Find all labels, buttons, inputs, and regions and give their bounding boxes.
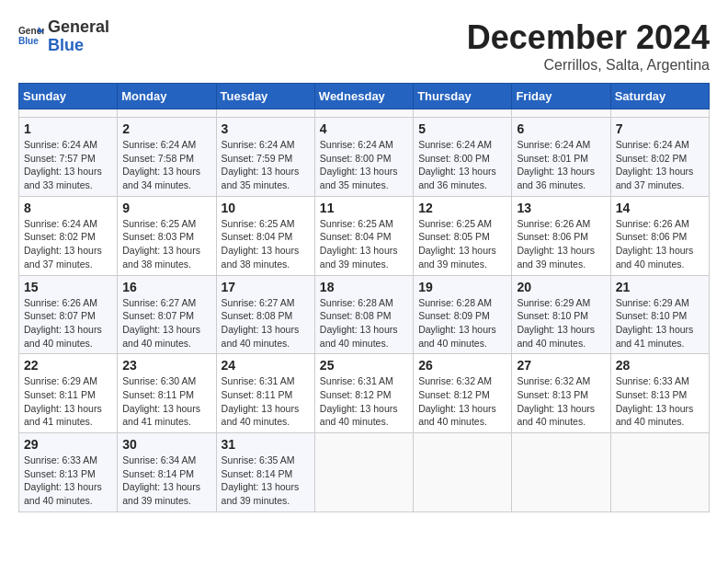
col-tuesday: Tuesday <box>216 84 314 109</box>
calendar-cell: 16Sunrise: 6:27 AMSunset: 8:07 PMDayligh… <box>118 275 216 354</box>
day-number: 1 <box>24 121 112 136</box>
day-info: Sunrise: 6:29 AMSunset: 8:10 PMDaylight:… <box>517 296 605 350</box>
month-title: December 2024 <box>467 18 710 57</box>
calendar-cell <box>610 109 709 118</box>
day-number: 5 <box>418 121 506 136</box>
day-number: 2 <box>122 121 210 136</box>
day-number: 10 <box>222 201 310 215</box>
day-info: Sunrise: 6:33 AMSunset: 8:13 PMDaylight:… <box>616 374 704 429</box>
day-info: Sunrise: 6:33 AMSunset: 8:13 PMDaylight:… <box>24 454 112 508</box>
calendar-cell <box>512 109 610 118</box>
day-info: Sunrise: 6:35 AMSunset: 8:14 PMDaylight:… <box>222 454 310 508</box>
day-number: 23 <box>122 358 210 373</box>
calendar-cell: 22Sunrise: 6:29 AMSunset: 8:11 PMDayligh… <box>19 354 118 433</box>
day-info: Sunrise: 6:26 AMSunset: 8:06 PMDaylight:… <box>517 217 605 271</box>
day-number: 8 <box>24 201 112 215</box>
logo: General Blue General Blue <box>18 18 109 55</box>
day-info: Sunrise: 6:28 AMSunset: 8:08 PMDaylight:… <box>320 296 408 350</box>
calendar-cell: 3Sunrise: 6:24 AMSunset: 7:59 PMDaylight… <box>216 118 314 197</box>
day-info: Sunrise: 6:24 AMSunset: 7:59 PMDaylight:… <box>222 138 310 192</box>
calendar-week-row: 22Sunrise: 6:29 AMSunset: 8:11 PMDayligh… <box>19 354 710 433</box>
calendar-cell: 11Sunrise: 6:25 AMSunset: 8:04 PMDayligh… <box>314 196 413 275</box>
calendar-cell: 20Sunrise: 6:29 AMSunset: 8:10 PMDayligh… <box>512 275 610 354</box>
svg-text:Blue: Blue <box>18 36 39 46</box>
calendar-cell <box>314 109 413 118</box>
calendar-header-row: Sunday Monday Tuesday Wednesday Thursday… <box>19 84 710 109</box>
day-info: Sunrise: 6:25 AMSunset: 8:05 PMDaylight:… <box>418 217 506 271</box>
location-subtitle: Cerrillos, Salta, Argentina <box>467 57 710 74</box>
calendar-cell: 10Sunrise: 6:25 AMSunset: 8:04 PMDayligh… <box>216 196 314 275</box>
day-number: 20 <box>517 280 605 294</box>
day-info: Sunrise: 6:32 AMSunset: 8:12 PMDaylight:… <box>418 374 506 429</box>
calendar-cell <box>414 433 512 512</box>
day-number: 6 <box>517 121 605 136</box>
calendar-cell: 12Sunrise: 6:25 AMSunset: 8:05 PMDayligh… <box>414 196 512 275</box>
calendar-cell: 21Sunrise: 6:29 AMSunset: 8:10 PMDayligh… <box>610 275 709 354</box>
logo-text: General Blue <box>48 18 109 55</box>
calendar-cell <box>414 109 512 118</box>
day-number: 17 <box>222 280 310 294</box>
calendar-cell: 6Sunrise: 6:24 AMSunset: 8:01 PMDaylight… <box>512 118 610 197</box>
day-info: Sunrise: 6:30 AMSunset: 8:11 PMDaylight:… <box>122 374 210 429</box>
calendar-cell: 25Sunrise: 6:31 AMSunset: 8:12 PMDayligh… <box>314 354 413 433</box>
day-info: Sunrise: 6:24 AMSunset: 7:58 PMDaylight:… <box>122 138 210 192</box>
day-number: 11 <box>320 201 408 215</box>
col-monday: Monday <box>118 84 216 109</box>
day-info: Sunrise: 6:28 AMSunset: 8:09 PMDaylight:… <box>418 296 506 350</box>
calendar-week-row: 1Sunrise: 6:24 AMSunset: 7:57 PMDaylight… <box>19 118 710 197</box>
day-number: 7 <box>616 121 704 136</box>
title-block: December 2024 Cerrillos, Salta, Argentin… <box>467 18 710 74</box>
calendar-week-row <box>19 109 710 118</box>
day-info: Sunrise: 6:25 AMSunset: 8:04 PMDaylight:… <box>222 217 310 271</box>
day-number: 3 <box>222 121 310 136</box>
day-number: 12 <box>418 201 506 215</box>
day-number: 22 <box>24 358 112 373</box>
day-info: Sunrise: 6:24 AMSunset: 8:00 PMDaylight:… <box>418 138 506 192</box>
calendar-table: Sunday Monday Tuesday Wednesday Thursday… <box>18 83 710 512</box>
calendar-cell: 19Sunrise: 6:28 AMSunset: 8:09 PMDayligh… <box>414 275 512 354</box>
day-number: 24 <box>222 358 310 373</box>
calendar-cell: 29Sunrise: 6:33 AMSunset: 8:13 PMDayligh… <box>19 433 118 512</box>
day-info: Sunrise: 6:31 AMSunset: 8:11 PMDaylight:… <box>222 374 310 429</box>
calendar-cell: 4Sunrise: 6:24 AMSunset: 8:00 PMDaylight… <box>314 118 413 197</box>
calendar-cell: 5Sunrise: 6:24 AMSunset: 8:00 PMDaylight… <box>414 118 512 197</box>
day-info: Sunrise: 6:34 AMSunset: 8:14 PMDaylight:… <box>122 454 210 508</box>
calendar-cell: 9Sunrise: 6:25 AMSunset: 8:03 PMDaylight… <box>118 196 216 275</box>
calendar-cell: 14Sunrise: 6:26 AMSunset: 8:06 PMDayligh… <box>610 196 709 275</box>
day-info: Sunrise: 6:25 AMSunset: 8:04 PMDaylight:… <box>320 217 408 271</box>
calendar-cell <box>19 109 118 118</box>
day-info: Sunrise: 6:24 AMSunset: 8:02 PMDaylight:… <box>24 217 112 271</box>
day-number: 15 <box>24 280 112 294</box>
calendar-week-row: 8Sunrise: 6:24 AMSunset: 8:02 PMDaylight… <box>19 196 710 275</box>
calendar-cell: 15Sunrise: 6:26 AMSunset: 8:07 PMDayligh… <box>19 275 118 354</box>
day-info: Sunrise: 6:26 AMSunset: 8:07 PMDaylight:… <box>24 296 112 350</box>
logo-general: General <box>48 17 109 36</box>
logo-blue: Blue <box>48 36 84 54</box>
calendar-cell: 1Sunrise: 6:24 AMSunset: 7:57 PMDaylight… <box>19 118 118 197</box>
calendar-cell: 27Sunrise: 6:32 AMSunset: 8:13 PMDayligh… <box>512 354 610 433</box>
day-info: Sunrise: 6:29 AMSunset: 8:10 PMDaylight:… <box>616 296 704 350</box>
day-info: Sunrise: 6:29 AMSunset: 8:11 PMDaylight:… <box>24 374 112 429</box>
day-info: Sunrise: 6:25 AMSunset: 8:03 PMDaylight:… <box>122 217 210 271</box>
day-number: 31 <box>222 437 310 452</box>
col-wednesday: Wednesday <box>314 84 413 109</box>
day-info: Sunrise: 6:31 AMSunset: 8:12 PMDaylight:… <box>320 374 408 429</box>
day-info: Sunrise: 6:24 AMSunset: 7:57 PMDaylight:… <box>24 138 112 192</box>
col-sunday: Sunday <box>19 84 118 109</box>
calendar-cell <box>512 433 610 512</box>
calendar-cell: 8Sunrise: 6:24 AMSunset: 8:02 PMDaylight… <box>19 196 118 275</box>
day-number: 9 <box>122 201 210 215</box>
calendar-cell: 30Sunrise: 6:34 AMSunset: 8:14 PMDayligh… <box>118 433 216 512</box>
calendar-cell: 23Sunrise: 6:30 AMSunset: 8:11 PMDayligh… <box>118 354 216 433</box>
col-friday: Friday <box>512 84 610 109</box>
day-number: 18 <box>320 280 408 294</box>
day-number: 13 <box>517 201 605 215</box>
day-number: 26 <box>418 358 506 373</box>
day-info: Sunrise: 6:24 AMSunset: 8:00 PMDaylight:… <box>320 138 408 192</box>
day-number: 27 <box>517 358 605 373</box>
day-info: Sunrise: 6:27 AMSunset: 8:08 PMDaylight:… <box>222 296 310 350</box>
day-number: 25 <box>320 358 408 373</box>
calendar-cell: 13Sunrise: 6:26 AMSunset: 8:06 PMDayligh… <box>512 196 610 275</box>
calendar-cell: 31Sunrise: 6:35 AMSunset: 8:14 PMDayligh… <box>216 433 314 512</box>
col-thursday: Thursday <box>414 84 512 109</box>
